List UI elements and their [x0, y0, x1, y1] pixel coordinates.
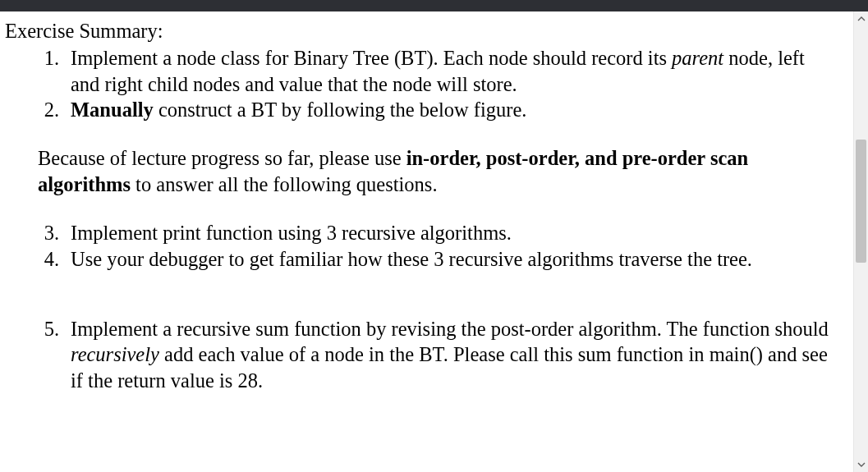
text: Because of lecture progress so far, plea…	[38, 147, 406, 169]
app-window: Exercise Summary: 1. Implement a node cl…	[0, 0, 868, 472]
list-number: 4.	[38, 246, 71, 272]
text: Implement a node class for Binary Tree (…	[71, 47, 672, 69]
text-italic-parent: parent	[672, 47, 723, 69]
list-number: 5.	[38, 316, 71, 341]
list-item-5: 5. Implement a recursive sum function by…	[38, 316, 830, 393]
exercise-summary-heading: Exercise Summary:	[5, 18, 830, 44]
list-content: Manually construct a BT by following the…	[71, 97, 830, 122]
list-content: Implement print function using 3 recursi…	[71, 220, 830, 245]
list-item-4: 4. Use your debugger to get familiar how…	[38, 246, 830, 272]
list-content: Implement a recursive sum function by re…	[71, 316, 830, 393]
scroll-thumb[interactable]	[856, 140, 866, 263]
viewport: Exercise Summary: 1. Implement a node cl…	[0, 11, 868, 472]
text: to answer all the following questions.	[131, 173, 438, 195]
list-number: 1.	[38, 45, 71, 71]
exercise-list-cont: 3. Implement print function using 3 recu…	[3, 220, 830, 272]
instruction-paragraph: Because of lecture progress so far, plea…	[38, 145, 830, 197]
exercise-list-cont2: 5. Implement a recursive sum function by…	[3, 316, 830, 393]
list-number: 2.	[38, 97, 71, 122]
top-toolbar	[0, 0, 868, 11]
spacer	[3, 272, 830, 316]
list-item-3: 3. Implement print function using 3 recu…	[38, 220, 830, 245]
list-content: Use your debugger to get familiar how th…	[71, 246, 830, 272]
text: add each value of a node in the BT. Plea…	[71, 343, 828, 391]
list-item-1: 1. Implement a node class for Binary Tre…	[38, 45, 830, 97]
exercise-list: 1. Implement a node class for Binary Tre…	[3, 45, 830, 122]
text: construct a BT by following the below fi…	[154, 99, 527, 121]
text: Implement a recursive sum function by re…	[71, 318, 829, 340]
vertical-scrollbar[interactable]	[853, 11, 868, 472]
scroll-up-arrow-icon[interactable]	[854, 11, 868, 26]
document-page: Exercise Summary: 1. Implement a node cl…	[0, 11, 853, 472]
list-item-2: 2. Manually construct a BT by following …	[38, 97, 830, 122]
scroll-down-arrow-icon[interactable]	[854, 457, 868, 472]
text-bold-manually: Manually	[71, 99, 154, 121]
list-number: 3.	[38, 220, 71, 245]
text-italic-recursively: recursively	[71, 343, 159, 365]
list-content: Implement a node class for Binary Tree (…	[71, 45, 830, 97]
